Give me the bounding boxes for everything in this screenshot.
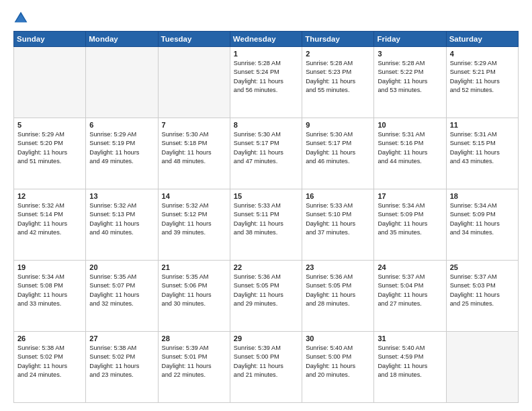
day-info: Sunrise: 5:36 AM Sunset: 5:05 PM Dayligh…: [234, 273, 298, 308]
calendar-cell: 31Sunrise: 5:40 AM Sunset: 4:59 PM Dayli…: [374, 332, 446, 403]
day-info: Sunrise: 5:32 AM Sunset: 5:12 PM Dayligh…: [162, 201, 226, 237]
calendar-cell: [158, 47, 230, 118]
calendar-header-sunday: Sunday: [14, 32, 86, 47]
calendar-header-saturday: Saturday: [446, 32, 518, 47]
calendar-cell: 2Sunrise: 5:28 AM Sunset: 5:23 PM Daylig…: [302, 47, 374, 118]
day-number: 10: [378, 121, 442, 129]
calendar-cell: 21Sunrise: 5:35 AM Sunset: 5:06 PM Dayli…: [158, 261, 230, 332]
day-info: Sunrise: 5:29 AM Sunset: 5:21 PM Dayligh…: [450, 59, 515, 95]
calendar-table: SundayMondayTuesdayWednesdayThursdayFrid…: [13, 31, 519, 403]
calendar-cell: 18Sunrise: 5:34 AM Sunset: 5:09 PM Dayli…: [446, 189, 518, 261]
calendar-header-thursday: Thursday: [302, 32, 374, 47]
header: [13, 11, 519, 26]
calendar-week-row: 12Sunrise: 5:32 AM Sunset: 5:14 PM Dayli…: [14, 189, 519, 261]
day-number: 22: [234, 263, 298, 271]
day-number: 18: [450, 192, 515, 200]
day-info: Sunrise: 5:28 AM Sunset: 5:22 PM Dayligh…: [378, 59, 442, 95]
calendar-cell: 13Sunrise: 5:32 AM Sunset: 5:13 PM Dayli…: [86, 189, 158, 261]
calendar-cell: 28Sunrise: 5:39 AM Sunset: 5:01 PM Dayli…: [158, 332, 230, 403]
calendar-week-row: 19Sunrise: 5:34 AM Sunset: 5:08 PM Dayli…: [14, 261, 519, 332]
day-info: Sunrise: 5:32 AM Sunset: 5:13 PM Dayligh…: [89, 201, 154, 237]
calendar-cell: 1Sunrise: 5:28 AM Sunset: 5:24 PM Daylig…: [230, 47, 302, 118]
day-number: 6: [89, 121, 154, 129]
calendar-cell: 5Sunrise: 5:29 AM Sunset: 5:20 PM Daylig…: [14, 118, 86, 189]
calendar-cell: 8Sunrise: 5:30 AM Sunset: 5:17 PM Daylig…: [230, 118, 302, 189]
calendar-header-wednesday: Wednesday: [230, 32, 302, 47]
day-number: 31: [378, 334, 442, 342]
day-info: Sunrise: 5:40 AM Sunset: 5:00 PM Dayligh…: [306, 344, 370, 379]
calendar-cell: 22Sunrise: 5:36 AM Sunset: 5:05 PM Dayli…: [230, 261, 302, 332]
day-info: Sunrise: 5:31 AM Sunset: 5:16 PM Dayligh…: [378, 130, 442, 166]
calendar-week-row: 1Sunrise: 5:28 AM Sunset: 5:24 PM Daylig…: [14, 47, 519, 118]
calendar-cell: [446, 332, 518, 403]
day-number: 8: [234, 121, 298, 129]
calendar-header-friday: Friday: [374, 32, 446, 47]
calendar-week-row: 5Sunrise: 5:29 AM Sunset: 5:20 PM Daylig…: [14, 118, 519, 189]
day-number: 4: [450, 50, 515, 58]
calendar-header-tuesday: Tuesday: [158, 32, 230, 47]
day-number: 30: [306, 334, 370, 342]
day-number: 27: [89, 334, 154, 342]
day-info: Sunrise: 5:34 AM Sunset: 5:08 PM Dayligh…: [17, 273, 82, 308]
calendar-cell: 30Sunrise: 5:40 AM Sunset: 5:00 PM Dayli…: [302, 332, 374, 403]
day-info: Sunrise: 5:29 AM Sunset: 5:19 PM Dayligh…: [89, 130, 154, 166]
day-number: 19: [17, 263, 82, 271]
day-info: Sunrise: 5:33 AM Sunset: 5:11 PM Dayligh…: [234, 201, 298, 237]
logo-icon: [13, 11, 28, 26]
day-info: Sunrise: 5:39 AM Sunset: 5:00 PM Dayligh…: [234, 344, 298, 379]
calendar-cell: 17Sunrise: 5:34 AM Sunset: 5:09 PM Dayli…: [374, 189, 446, 261]
day-number: 25: [450, 263, 515, 271]
day-info: Sunrise: 5:39 AM Sunset: 5:01 PM Dayligh…: [162, 344, 226, 379]
day-info: Sunrise: 5:34 AM Sunset: 5:09 PM Dayligh…: [378, 201, 442, 237]
page: SundayMondayTuesdayWednesdayThursdayFrid…: [0, 0, 532, 411]
day-number: 7: [162, 121, 226, 129]
day-number: 12: [17, 192, 82, 200]
day-info: Sunrise: 5:35 AM Sunset: 5:06 PM Dayligh…: [162, 273, 226, 308]
day-number: 2: [306, 50, 370, 58]
day-info: Sunrise: 5:30 AM Sunset: 5:17 PM Dayligh…: [306, 130, 370, 166]
day-info: Sunrise: 5:30 AM Sunset: 5:18 PM Dayligh…: [162, 130, 226, 166]
day-info: Sunrise: 5:36 AM Sunset: 5:05 PM Dayligh…: [306, 273, 370, 308]
calendar-cell: 27Sunrise: 5:38 AM Sunset: 5:02 PM Dayli…: [86, 332, 158, 403]
logo: [13, 11, 31, 26]
calendar-header-monday: Monday: [86, 32, 158, 47]
day-info: Sunrise: 5:29 AM Sunset: 5:20 PM Dayligh…: [17, 130, 82, 166]
day-number: 16: [306, 192, 370, 200]
calendar-cell: 9Sunrise: 5:30 AM Sunset: 5:17 PM Daylig…: [302, 118, 374, 189]
day-number: 21: [162, 263, 226, 271]
calendar-cell: 12Sunrise: 5:32 AM Sunset: 5:14 PM Dayli…: [14, 189, 86, 261]
day-info: Sunrise: 5:28 AM Sunset: 5:24 PM Dayligh…: [234, 59, 298, 95]
day-number: 3: [378, 50, 442, 58]
day-number: 14: [162, 192, 226, 200]
day-info: Sunrise: 5:34 AM Sunset: 5:09 PM Dayligh…: [450, 201, 515, 237]
day-info: Sunrise: 5:37 AM Sunset: 5:04 PM Dayligh…: [378, 273, 442, 308]
day-info: Sunrise: 5:38 AM Sunset: 5:02 PM Dayligh…: [17, 344, 82, 379]
day-number: 28: [162, 334, 226, 342]
calendar-cell: 19Sunrise: 5:34 AM Sunset: 5:08 PM Dayli…: [14, 261, 86, 332]
calendar-header-row: SundayMondayTuesdayWednesdayThursdayFrid…: [14, 32, 519, 47]
day-info: Sunrise: 5:38 AM Sunset: 5:02 PM Dayligh…: [89, 344, 154, 379]
day-number: 20: [89, 263, 154, 271]
calendar-cell: 20Sunrise: 5:35 AM Sunset: 5:07 PM Dayli…: [86, 261, 158, 332]
day-info: Sunrise: 5:32 AM Sunset: 5:14 PM Dayligh…: [17, 201, 82, 237]
calendar-cell: 24Sunrise: 5:37 AM Sunset: 5:04 PM Dayli…: [374, 261, 446, 332]
day-number: 9: [306, 121, 370, 129]
day-info: Sunrise: 5:28 AM Sunset: 5:23 PM Dayligh…: [306, 59, 370, 95]
calendar-cell: [86, 47, 158, 118]
day-number: 15: [234, 192, 298, 200]
day-number: 29: [234, 334, 298, 342]
calendar-cell: [14, 47, 86, 118]
calendar-cell: 3Sunrise: 5:28 AM Sunset: 5:22 PM Daylig…: [374, 47, 446, 118]
calendar-cell: 4Sunrise: 5:29 AM Sunset: 5:21 PM Daylig…: [446, 47, 518, 118]
calendar-cell: 25Sunrise: 5:37 AM Sunset: 5:03 PM Dayli…: [446, 261, 518, 332]
day-info: Sunrise: 5:31 AM Sunset: 5:15 PM Dayligh…: [450, 130, 515, 166]
day-number: 23: [306, 263, 370, 271]
calendar-cell: 23Sunrise: 5:36 AM Sunset: 5:05 PM Dayli…: [302, 261, 374, 332]
day-number: 24: [378, 263, 442, 271]
calendar-cell: 15Sunrise: 5:33 AM Sunset: 5:11 PM Dayli…: [230, 189, 302, 261]
day-info: Sunrise: 5:35 AM Sunset: 5:07 PM Dayligh…: [89, 273, 154, 308]
day-info: Sunrise: 5:37 AM Sunset: 5:03 PM Dayligh…: [450, 273, 515, 308]
day-info: Sunrise: 5:33 AM Sunset: 5:10 PM Dayligh…: [306, 201, 370, 237]
day-number: 1: [234, 50, 298, 58]
day-number: 26: [17, 334, 82, 342]
